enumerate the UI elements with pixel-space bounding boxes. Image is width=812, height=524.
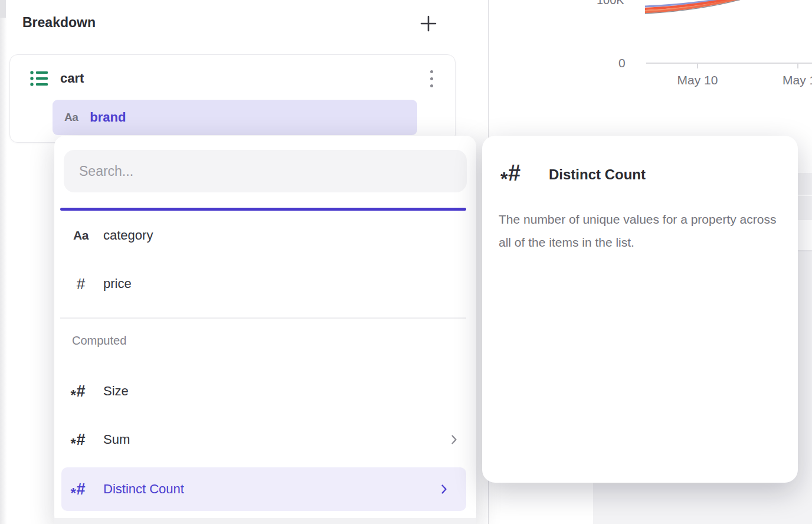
computed-label: Distinct Count — [103, 482, 184, 497]
computed-item-distinct-count[interactable]: #* Distinct Count — [61, 467, 466, 511]
add-breakdown-button[interactable] — [419, 14, 438, 33]
selected-property-pill[interactable]: Aa brand — [53, 100, 417, 135]
x-axis-line — [646, 63, 812, 64]
active-section-indicator — [60, 208, 466, 211]
computed-label: Sum — [103, 432, 130, 447]
y-axis-tick-label: 0 — [618, 56, 626, 70]
tooltip-description: The number of unique values for a proper… — [499, 208, 778, 254]
computed-section-label: Computed — [72, 334, 126, 348]
text-property-icon: Aa — [64, 111, 78, 124]
source-label: cart — [60, 71, 424, 86]
x-axis-tick — [697, 63, 698, 68]
computed-item-sum[interactable]: #* Sum — [54, 415, 476, 464]
list-property-icon — [30, 70, 48, 87]
x-axis-tick-label: May 10 — [662, 73, 733, 87]
computed-label: Size — [103, 384, 129, 399]
line-chart-series — [645, 0, 812, 19]
property-label: category — [103, 228, 153, 243]
property-label: price — [103, 276, 132, 292]
computed-number-icon: #* — [76, 432, 85, 448]
computed-number-icon: #* — [76, 482, 85, 497]
kebab-menu-button[interactable] — [424, 68, 439, 89]
breakdown-card: cart Aa brand — [9, 54, 456, 143]
dropdown-footer-strip — [54, 518, 476, 524]
distinct-count-tooltip: #* Distinct Count The number of unique v… — [482, 136, 798, 483]
breakdown-source-row[interactable]: cart — [10, 55, 455, 102]
property-item-category[interactable]: Aa category — [54, 211, 476, 260]
number-property-icon: # — [77, 275, 85, 293]
section-divider — [60, 317, 466, 319]
property-dropdown: Aa category # price Computed #* Size #* … — [54, 136, 476, 524]
top-left-corner-fragment — [0, 0, 6, 18]
computed-number-icon: #* — [508, 162, 520, 184]
plus-icon — [420, 15, 437, 32]
computed-number-icon: #* — [76, 384, 85, 399]
chevron-right-icon — [451, 434, 457, 445]
tooltip-title: Distinct Count — [549, 166, 646, 183]
text-property-icon: Aa — [73, 228, 89, 243]
section-title: Breakdown — [22, 15, 96, 31]
search-input[interactable] — [64, 150, 467, 192]
y-axis-tick-label: 100K — [597, 0, 624, 7]
computed-item-size[interactable]: #* Size — [54, 367, 476, 415]
chevron-right-icon — [441, 484, 447, 494]
left-panel-shadow — [0, 0, 7, 524]
property-item-price[interactable]: # price — [54, 260, 476, 308]
selected-property-label: brand — [90, 110, 126, 125]
x-axis-tick — [797, 63, 798, 68]
x-axis-tick-label: May 1 — [782, 73, 812, 87]
